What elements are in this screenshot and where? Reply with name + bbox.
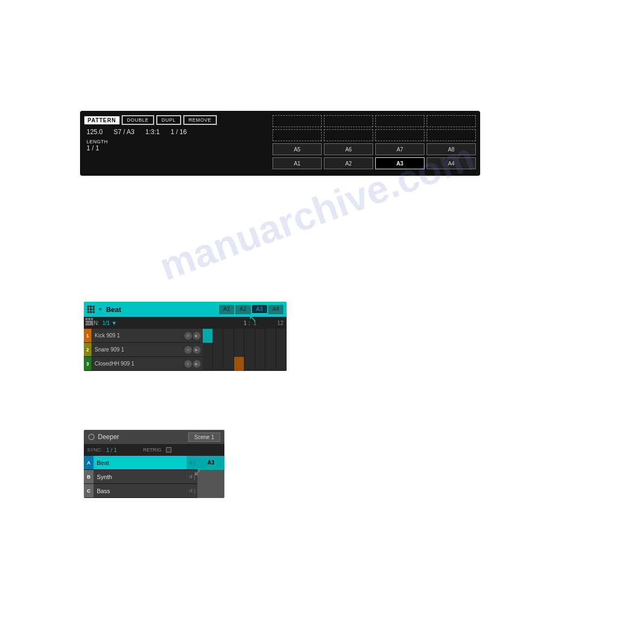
track-ctrl-3a[interactable]: ↺ [184,360,192,368]
dtrack-slot-B[interactable] [197,470,224,484]
beat-tabs: A1 A2 A3 A4 [219,305,283,314]
scene-button[interactable]: Scene 1 [188,433,220,442]
pattern-section: PATTERN DOUBLE DUPL REMOVE 125.0 S7 / A3… [84,115,268,171]
slot-empty-2-3[interactable] [375,129,424,141]
dtrack-controls-A: ↺ | [187,456,197,469]
track-ctrl-1b[interactable]: ▶ [193,332,201,340]
track-controls-kick: ↺ ▶ [182,329,203,342]
beat-cell-snare-8[interactable] [276,343,287,357]
beat-cell-snare-1[interactable] [203,343,213,357]
deeper-track-B: B Synth ↺ | [84,470,224,484]
dtrack-letter-B: B [84,470,94,483]
beat-tab-A1[interactable]: A1 [219,305,234,314]
slot-empty-1-1[interactable] [273,115,322,127]
sync-value[interactable]: 1 / 1 [107,447,117,453]
slot-A8[interactable]: A8 [427,143,476,155]
slots-section: A5 A6 A7 A8 A1 A2 A3 A4 [273,115,476,171]
beat-cell-snare-3[interactable] [223,343,234,357]
scene-value: S7 / A3 [114,128,135,136]
beat-cell-kick-1[interactable] [203,329,213,343]
dtrack-letter-C: C [84,484,94,497]
slot-empty-2-1[interactable] [273,129,322,141]
dtrack-slot-C[interactable] [197,484,224,498]
beat-cell-hh-8[interactable] [276,357,287,371]
track-ctrl-2b[interactable]: ▶ [193,346,201,354]
beat-cell-kick-5[interactable] [244,329,255,343]
tempo-value: 125.0 [87,128,103,136]
beat-cell-snare-2[interactable] [213,343,223,357]
beat-cell-hh-7[interactable] [265,357,276,371]
beat-cell-snare-4[interactable] [234,343,244,357]
slot-empty-2-2[interactable] [324,129,373,141]
beat-cell-hh-2[interactable] [213,357,223,371]
slot-A2[interactable]: A2 [324,157,373,169]
beat-grid-kick [203,329,287,342]
beat-len-value[interactable]: 1/1 ▼ [102,320,117,326]
beat-cell-hh-5[interactable] [244,357,255,371]
beat-cell-kick-2[interactable] [213,329,223,343]
slot-A4[interactable]: A4 [427,157,476,169]
remove-button[interactable]: REMOVE [183,115,217,125]
slot-A6[interactable]: A6 [324,143,373,155]
dtrack-name-C[interactable]: Bass [94,484,187,497]
dupl-button[interactable]: DUPL [156,115,181,125]
beat-cell-snare-7[interactable] [265,343,276,357]
slots-row-3: A5 A6 A7 A8 [273,143,476,155]
track-name-snare: Snare 909 1 [91,343,182,356]
beat-cell-hh-4[interactable] [234,357,244,371]
retrig-checkbox[interactable] [166,447,171,453]
beat-cell-hh-3[interactable] [223,357,234,371]
beat-cell-snare-6[interactable] [255,343,265,357]
dtrack-slot-A[interactable]: A3 [197,456,224,470]
deeper-track-C: C Bass ↺ | [84,484,224,498]
beat-track-hh: 3 ClosedHH 909 1 ↺ ▶ [84,357,287,371]
length-value: 1 / 1 [87,144,268,152]
beat-track-kick: 1 Kick 909 1 ↺ ▶ [84,329,287,343]
dtrack-controls-C: ↺ | [187,484,197,497]
track-ctrl-1a[interactable]: ↺ [184,332,192,340]
deeper-track-A: A Beat ↺ | A3 [84,456,224,470]
deeper-panel: Deeper Scene 1 SYNC: 1 / 1 RETRIG A Beat… [84,430,224,498]
slot-empty-1-3[interactable] [375,115,424,127]
beat-cell-kick-7[interactable] [265,329,276,343]
beat-title-arrow: ▼ [98,307,103,312]
slot-A5[interactable]: A5 [273,143,322,155]
beat-track-snare: 2 Snare 909 1 ↺ ▶ [84,343,287,357]
beat-tab-A3[interactable]: A3 [252,305,267,314]
slot-empty-1-4[interactable] [427,115,476,127]
pattern-header: PATTERN DOUBLE DUPL REMOVE [84,115,268,125]
beat-grid-snare [203,343,287,356]
dtrack-name-A[interactable]: Beat [94,456,187,469]
dtrack-name-B[interactable]: Synth [94,470,187,483]
grid-icon [87,306,95,313]
beat-tab-A2[interactable]: A2 [235,305,250,314]
beat-cell-kick-6[interactable] [255,329,265,343]
track-ctrl-3b[interactable]: ▶ [193,360,201,368]
beat-cell-hh-1[interactable] [203,357,213,371]
beat-tab-A4[interactable]: A4 [268,305,283,314]
beat-cell-snare-5[interactable] [244,343,255,357]
beat-header: ▼ Beat A1 A2 A3 A4 [84,302,287,317]
track-controls-snare: ↺ ▶ [182,343,203,356]
double-button[interactable]: DOUBLE [122,115,154,125]
side-grid-icon[interactable] [85,318,93,326]
slot-empty-2-4[interactable] [427,129,476,141]
pattern-values: 125.0 S7 / A3 1:3:1 1 / 16 [84,128,268,136]
slot-A1[interactable]: A1 [273,157,322,169]
slot-A3[interactable]: A3 [375,157,424,169]
beat-cell-kick-4[interactable] [234,329,244,343]
sync-label: SYNC: [87,447,102,453]
pattern-length: LENGTH 1 / 1 [84,139,268,152]
deeper-subheader: SYNC: 1 / 1 RETRIG [84,444,224,456]
slot-empty-1-2[interactable] [324,115,373,127]
slot-A7[interactable]: A7 [375,143,424,155]
position-value: 1:3:1 [145,128,160,136]
beat-colon: 1 : [243,320,250,326]
beat-cell-hh-6[interactable] [255,357,265,371]
beat-side-icons [85,318,93,326]
track-ctrl-2a[interactable]: ↺ [184,346,192,354]
slots-row-2 [273,129,476,141]
track-controls-hh: ↺ ▶ [182,357,203,370]
beat-cell-kick-3[interactable] [223,329,234,343]
beat-cell-kick-8[interactable] [276,329,287,343]
